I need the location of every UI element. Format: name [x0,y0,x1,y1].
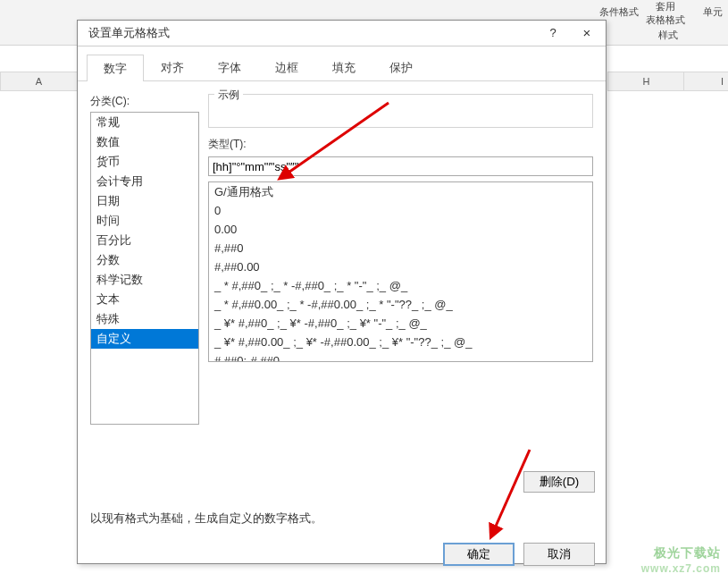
dialog-title: 设置单元格格式 [88,26,170,39]
dialog-body: 分类(C): 常规 数值 货币 会计专用 日期 时间 百分比 分数 科学记数 文… [78,81,606,577]
right-pane: 示例 类型(T): G/通用格式 0 0.00 #,##0 #,##0.00 _… [208,94,593,362]
column-header-h[interactable]: H [607,72,685,91]
category-item[interactable]: 日期 [91,191,198,211]
format-code-item[interactable]: #,##0.00 [209,257,592,276]
category-item[interactable]: 百分比 [91,231,198,250]
format-code-item[interactable]: _ * #,##0.00_ ;_ * -#,##0.00_ ;_ * "-"??… [209,295,592,314]
category-item[interactable]: 分数 [91,250,198,270]
dialog-tab-strip: 数字 对齐 字体 边框 填充 保护 [78,46,606,81]
tab-border[interactable]: 边框 [258,54,315,80]
ribbon-cell[interactable]: 单元 [703,5,723,19]
format-code-list[interactable]: G/通用格式 0 0.00 #,##0 #,##0.00 _ * #,##0_ … [208,181,593,362]
tab-font[interactable]: 字体 [201,54,258,80]
ok-button[interactable]: 确定 [443,543,515,566]
type-input[interactable] [208,156,593,176]
category-item[interactable]: 特殊 [91,309,198,329]
format-code-item[interactable]: 0.00 [209,220,592,239]
ribbon-table-format[interactable]: 套用 表格格式 [646,0,685,27]
dialog-help-button[interactable]: ? [540,21,566,46]
category-item[interactable]: 会计专用 [91,172,198,191]
hint-text: 以现有格式为基础，生成自定义的数字格式。 [90,510,322,527]
category-list[interactable]: 常规 数值 货币 会计专用 日期 时间 百分比 分数 科学记数 文本 特殊 自定… [90,112,199,425]
cancel-button[interactable]: 取消 [523,543,595,566]
column-header-a[interactable]: A [0,72,78,91]
tab-alignment[interactable]: 对齐 [144,54,201,80]
tab-number[interactable]: 数字 [87,55,144,81]
category-item-selected[interactable]: 自定义 [91,329,198,349]
category-item[interactable]: 货币 [91,152,198,172]
example-box: 示例 [208,94,593,128]
format-code-item[interactable]: _ ¥* #,##0_ ;_ ¥* -#,##0_ ;_ ¥* "-"_ ;_ … [209,314,592,333]
type-label: 类型(T): [208,137,593,152]
close-icon[interactable]: × [573,21,600,46]
category-item[interactable]: 科学记数 [91,270,198,290]
format-code-item[interactable]: 0 [209,201,592,220]
format-code-item[interactable]: _ ¥* #,##0.00_ ;_ ¥* -#,##0.00_ ;_ ¥* "-… [209,333,592,351]
category-item[interactable]: 文本 [91,290,198,309]
ribbon-conditional-format[interactable]: 条件格式 [599,5,639,19]
format-code-item[interactable]: _ * #,##0_ ;_ * -#,##0_ ;_ * "-"_ ;_ @_ [209,276,592,295]
dialog-title-bar[interactable]: 设置单元格格式 ? × [78,21,606,46]
watermark-title: 极光下载站 [641,544,721,561]
ribbon-group-styles: 样式 [658,29,678,42]
format-code-item[interactable]: G/通用格式 [209,182,592,201]
category-item[interactable]: 数值 [91,132,198,152]
watermark: 极光下载站 www.xz7.com [641,544,721,577]
format-code-item[interactable]: #,##0 [209,239,592,257]
dialog-button-row: 确定 取消 [443,543,595,566]
example-label: 示例 [214,88,243,103]
category-item[interactable]: 时间 [91,211,198,231]
watermark-url: www.xz7.com [641,561,721,577]
column-header-i[interactable]: I [683,72,728,91]
format-code-item[interactable]: #,##0;-#,##0 [209,351,592,362]
category-item[interactable]: 常规 [91,113,198,132]
delete-button[interactable]: 删除(D) [523,471,595,493]
tab-protection[interactable]: 保护 [372,54,430,80]
format-cells-dialog: 设置单元格格式 ? × 数字 对齐 字体 边框 填充 保护 分类(C): 常规 … [77,20,607,564]
tab-fill[interactable]: 填充 [315,54,372,80]
